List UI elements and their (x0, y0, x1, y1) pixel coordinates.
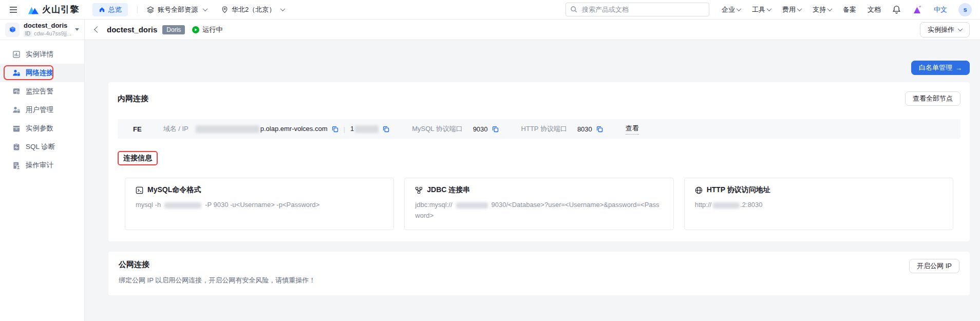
nav-menu-icp[interactable]: 备案 (843, 5, 856, 14)
instance-actions-button[interactable]: 实例操作 (920, 22, 970, 37)
search-input[interactable] (566, 3, 709, 16)
mysql-port-value: 9030 (473, 125, 488, 133)
region-label: 华北2（北京） (232, 5, 275, 14)
id-badge: ID (24, 31, 32, 37)
search-icon (570, 6, 577, 13)
status-label: 运行中 (202, 25, 222, 34)
copy-mysql-port-icon[interactable] (492, 126, 499, 133)
public-title: 公网连接 (119, 260, 959, 270)
copy-domain-icon[interactable] (332, 126, 338, 133)
redacted-ip (355, 125, 379, 133)
sidebar-item-user-management[interactable]: 用户管理 (0, 101, 84, 119)
volcengine-logo[interactable]: 火山引擎 (28, 4, 79, 15)
nav-menu-billing[interactable]: 费用 (782, 5, 801, 14)
whitelist-management-button[interactable]: 白名单管理→ (911, 61, 970, 75)
back-icon[interactable] (94, 26, 101, 33)
mysql-command-text: mysql -h-P 9030 -u<Username> -p<Password… (136, 200, 383, 211)
account-resource-selector[interactable]: 账号全部资源 (147, 5, 207, 14)
drawer-icon (12, 124, 21, 133)
account-scope-label: 账号全部资源 (158, 5, 198, 14)
global-search (566, 3, 709, 16)
sidebar-item-label: 操作审计 (26, 161, 53, 170)
sidebar-item-network-connection[interactable]: 网络连接 (0, 64, 84, 82)
jdbc-url-card: JDBC 连接串 jdbc:mysql://9030/<Database>?us… (404, 178, 673, 230)
sidebar-item-audit[interactable]: 操作审计 (0, 156, 84, 175)
instance-cube-icon (5, 23, 20, 37)
http-address-text: http://.2:8030 (695, 200, 943, 211)
location-pin-icon (221, 6, 228, 13)
divider: | (344, 125, 345, 133)
engine-badge: Doris (162, 25, 185, 34)
chevron-down-icon (827, 6, 833, 11)
divider (137, 6, 138, 13)
chevron-down-icon (958, 26, 963, 31)
info-card-title: JDBC 连接串 (427, 185, 470, 195)
sidebar-item-sql-diagnosis[interactable]: SQL 诊断 (0, 138, 84, 156)
layers-icon (147, 6, 154, 13)
sidebar-item-instance-detail[interactable]: 实例详情 (0, 45, 84, 64)
domain-ip-label: 域名 / IP (163, 124, 189, 134)
home-icon (99, 6, 105, 13)
sidebar-item-instance-params[interactable]: 实例参数 (0, 119, 84, 138)
content: 白名单管理→ 内网连接 查看全部节点 FE 域名 / IP p.olap.emr… (85, 40, 980, 295)
public-description: 绑定公网 IP 以启用公网连接，开启公网有安全风险，请慎重操作！ (119, 276, 959, 285)
intranet-title: 内网连接 (118, 94, 148, 104)
http-port-label: HTTP 协议端口 (521, 124, 567, 134)
enable-public-ip-button[interactable]: 开启公网 IP (909, 259, 959, 273)
globe-icon (695, 186, 703, 194)
redacted-host (713, 202, 740, 209)
http-port-value: 8030 (577, 125, 592, 133)
nav-menu-tools[interactable]: 工具 (752, 5, 771, 14)
notification-bell-icon[interactable] (892, 5, 901, 14)
running-status-icon (192, 26, 199, 33)
user-lock-icon (12, 69, 21, 77)
view-all-nodes-button[interactable]: 查看全部节点 (905, 91, 960, 106)
info-card-title: HTTP 协议访问地址 (707, 185, 770, 195)
nav-menu-support[interactable]: 支持 (813, 5, 832, 14)
chevron-down-icon (280, 6, 286, 11)
main-area: doctest_doris Doris 运行中 实例操作 白名单管理→ (85, 20, 980, 321)
status-running: 运行中 (192, 25, 222, 34)
chevron-down-icon (797, 6, 802, 11)
copy-ip-icon[interactable] (383, 126, 389, 133)
tab-overview[interactable]: 总览 (92, 3, 128, 16)
sidebar-item-monitor-alert[interactable]: 监控告警 (0, 82, 84, 101)
chevron-down-icon (767, 6, 772, 11)
sidebar-menu: 实例详情 网络连接 (0, 40, 84, 175)
audit-doc-icon (12, 161, 21, 169)
region-selector[interactable]: 华北2（北京） (221, 5, 285, 14)
chevron-down-icon (203, 6, 208, 11)
terminal-icon (136, 186, 143, 194)
redacted-host (164, 202, 201, 209)
user-lock-icon (12, 106, 21, 114)
volcengine-mountain-icon (28, 5, 39, 15)
view-link[interactable]: 查看 (626, 124, 639, 135)
connection-info-cards: MySQL命令格式 mysql -h-P 9030 -u<Username> -… (125, 178, 953, 230)
domain-value: p.olap.emr-volces.com (196, 125, 328, 133)
connection-info-label annotation-box-connection-info: 连接信息 (118, 151, 158, 165)
clipboard-pulse-icon (12, 143, 21, 151)
copy-http-port-icon[interactable] (596, 126, 603, 133)
hamburger-menu-icon[interactable] (8, 4, 18, 15)
sidebar: doctest_doris ID cdw-4u7ss9jj... (0, 20, 85, 321)
intranet-connection-card: 内网连接 查看全部节点 FE 域名 / IP p.olap.emr-volces… (108, 82, 970, 241)
mysql-port-label: MySQL 协议端口 (412, 124, 462, 134)
fe-node-row: FE 域名 / IP p.olap.emr-volces.com | 1 (118, 119, 960, 139)
language-switcher[interactable]: 中文 (934, 5, 947, 14)
ip-value: 1 (350, 125, 379, 133)
instance-selector[interactable]: doctest_doris ID cdw-4u7ss9jj... (0, 20, 84, 40)
info-card-title: MySQL命令格式 (147, 185, 201, 195)
brand-name: 火山引擎 (42, 4, 79, 15)
ai-assistant-icon[interactable] (912, 5, 922, 14)
nav-menu-docs[interactable]: 文档 (868, 5, 881, 14)
monitor-alert-icon (12, 87, 21, 96)
nav-menu-enterprise[interactable]: 企业 (722, 5, 741, 14)
redacted-domain-prefix (196, 125, 259, 133)
sidebar-item-label: 用户管理 (26, 105, 53, 115)
sidebar-item-label: 网络连接 (26, 68, 53, 78)
mysql-command-card: MySQL命令格式 mysql -h-P 9030 -u<Username> -… (125, 178, 394, 230)
instance-id: cdw-4u7ss9jj... (34, 30, 71, 37)
arrow-right-icon: → (955, 64, 962, 72)
user-avatar[interactable]: s (958, 3, 972, 16)
sidebar-item-label: SQL 诊断 (26, 142, 55, 152)
